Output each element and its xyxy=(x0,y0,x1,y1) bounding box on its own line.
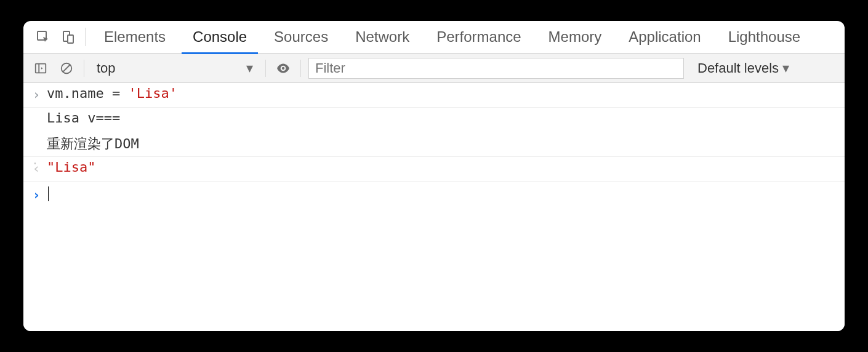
tab-application[interactable]: Application xyxy=(615,21,714,54)
execution-context-selector[interactable]: top ▾ xyxy=(92,58,258,78)
tab-console[interactable]: Console xyxy=(179,21,260,54)
device-toolbar-icon[interactable] xyxy=(55,21,80,54)
log-levels-selector[interactable]: Default levels ▾ xyxy=(697,60,789,76)
main-tabbar: ElementsConsoleSourcesNetworkPerformance… xyxy=(23,21,845,54)
tab-memory[interactable]: Memory xyxy=(535,21,616,54)
dropdown-triangle-icon: ▾ xyxy=(246,60,253,76)
console-entry-content: Lisa v=== xyxy=(43,110,120,126)
console-body[interactable]: ›vm.name = 'Lisa'Lisa v===重新渲染了DOM‹·"Lis… xyxy=(23,83,845,331)
tab-performance[interactable]: Performance xyxy=(423,21,534,54)
console-output-row: ‹·"Lisa" xyxy=(23,157,845,182)
dropdown-triangle-icon: ▾ xyxy=(782,60,789,76)
console-entry-content: 重新渲染了DOM xyxy=(43,135,139,153)
svg-line-7 xyxy=(63,65,70,71)
console-log-row: Lisa v=== xyxy=(23,108,845,132)
text-caret xyxy=(48,186,49,201)
sidebar-toggle-icon[interactable] xyxy=(31,58,50,78)
tab-sources[interactable]: Sources xyxy=(260,21,342,54)
tab-lighthouse[interactable]: Lighthouse xyxy=(715,21,814,54)
output-chevron-icon: ‹· xyxy=(30,159,43,176)
tab-network[interactable]: Network xyxy=(342,21,423,54)
console-input-row: ›vm.name = 'Lisa' xyxy=(23,83,845,108)
console-entry-content: "Lisa" xyxy=(43,159,95,175)
toolbar-divider-1 xyxy=(84,60,84,77)
clear-console-icon[interactable] xyxy=(57,58,76,78)
log-gutter xyxy=(30,135,43,136)
svg-rect-2 xyxy=(68,35,73,43)
console-toolbar: top ▾ Default levels ▾ xyxy=(23,54,845,83)
devtools-panel: ElementsConsoleSourcesNetworkPerformance… xyxy=(23,21,845,331)
tabbar-divider xyxy=(85,28,86,46)
inspect-element-icon[interactable] xyxy=(31,21,55,54)
console-entry-content: vm.name = 'Lisa' xyxy=(43,86,177,101)
svg-marker-5 xyxy=(41,67,43,70)
input-chevron-icon: › xyxy=(30,86,43,102)
log-gutter xyxy=(30,110,43,111)
execution-context-label: top xyxy=(97,60,116,76)
toolbar-divider-2 xyxy=(265,60,266,77)
tabs-host: ElementsConsoleSourcesNetworkPerformance… xyxy=(90,21,814,54)
svg-rect-3 xyxy=(36,63,46,73)
live-expression-icon[interactable] xyxy=(273,58,293,78)
console-log-row: 重新渲染了DOM xyxy=(23,132,845,157)
log-levels-label: Default levels xyxy=(697,60,779,76)
tab-elements[interactable]: Elements xyxy=(90,21,179,54)
filter-input[interactable] xyxy=(308,58,684,79)
svg-point-8 xyxy=(282,66,284,69)
prompt-chevron-icon: › xyxy=(30,186,43,202)
console-prompt-row[interactable]: › xyxy=(23,182,845,206)
toolbar-divider-3 xyxy=(300,60,301,77)
